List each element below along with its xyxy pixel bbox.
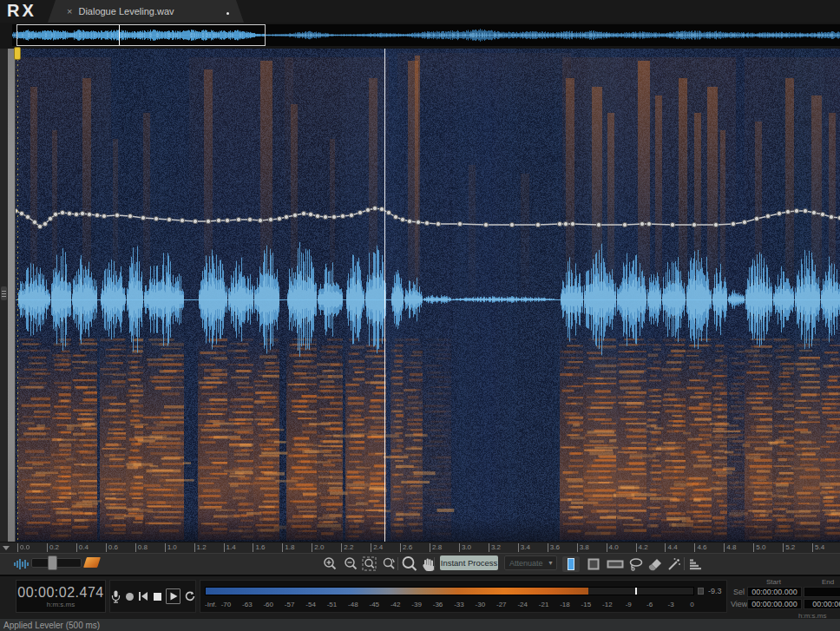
ruler-tick-label: 3.6 <box>548 543 560 552</box>
meter-scale-label: -18 <box>560 601 570 608</box>
meter-scale-label: -27 <box>496 601 507 608</box>
overview-row <box>0 23 840 49</box>
time-ruler[interactable] <box>0 542 840 553</box>
meter-scale-label: -54 <box>305 601 316 608</box>
time-selection-icon[interactable] <box>562 556 580 572</box>
bar-stack-icon[interactable] <box>687 556 705 572</box>
waveform-icon[interactable] <box>12 555 30 573</box>
meter-scale-label: -6 <box>646 601 653 608</box>
time-frequency-selection-icon[interactable] <box>585 556 602 572</box>
end-header: End <box>822 578 834 586</box>
lasso-icon[interactable] <box>627 556 645 572</box>
ruler-tick-label: 2.4 <box>371 543 383 552</box>
ruler-tick-label: 1.2 <box>194 543 207 552</box>
view-end-field[interactable]: 00:00:06.0 <box>804 599 840 609</box>
ruler-tick-label: 1.6 <box>253 543 265 552</box>
ruler-tick-label: 2.8 <box>430 543 442 552</box>
ruler-tick-label: 3.0 <box>459 543 471 552</box>
module-dropdown-value: Attenuate <box>509 559 543 568</box>
skip-start-icon[interactable] <box>138 589 148 603</box>
meter-scale-label: -24 <box>517 601 528 608</box>
zoom-in-icon[interactable] <box>321 555 338 573</box>
left-grabber-handle[interactable] <box>1 286 7 300</box>
file-tab[interactable]: × Dialogue Leveling.wav <box>48 0 244 23</box>
ruler-tick-label: 3.4 <box>518 543 530 552</box>
ruler-tick-label: 4.4 <box>665 543 677 552</box>
magic-wand-icon[interactable] <box>665 556 682 572</box>
ruler-tick-label: 4.0 <box>607 543 619 552</box>
zoom-reset-icon[interactable] <box>380 555 397 573</box>
toolbar-separator <box>434 557 435 570</box>
status-message: Applied Leveler (500 ms) <box>3 621 100 630</box>
play-icon[interactable] <box>166 588 180 604</box>
chevron-down-icon: ▼ <box>548 560 554 566</box>
view-start-field[interactable]: 00:00:00.000 <box>747 599 802 609</box>
spectrogram-editor <box>0 49 840 542</box>
level-meter-fill <box>206 588 588 595</box>
ruler-tick-label: 0.2 <box>47 543 59 552</box>
ruler-tick-label: 3.8 <box>577 543 589 552</box>
meter-scale-label: -30 <box>476 601 486 608</box>
stop-icon[interactable] <box>152 589 162 603</box>
magnifier-icon[interactable] <box>401 555 418 573</box>
tab-close-icon[interactable]: × <box>67 7 72 16</box>
ruler-tick-label: 2.2 <box>341 543 353 552</box>
ruler-tick-label: 1.8 <box>282 543 294 552</box>
toolbar-separator <box>684 557 685 570</box>
hand-icon[interactable] <box>420 555 437 573</box>
meter-scale-label: -33 <box>454 601 464 608</box>
rx-logo: RX <box>7 1 36 21</box>
meter-scale-label: -45 <box>370 601 380 608</box>
meter-scale-label: -21 <box>539 601 549 608</box>
transport-controls <box>109 580 196 613</box>
meter-scale-label: -12 <box>602 601 613 608</box>
zoom-selection-icon[interactable] <box>361 555 378 573</box>
ruler-collapse-icon[interactable] <box>3 546 10 550</box>
meter-scale-label: -48 <box>348 601 358 608</box>
brush-icon[interactable] <box>646 556 664 572</box>
vertical-scrollbar[interactable] <box>8 49 16 542</box>
meter-scale-label: -42 <box>390 601 401 608</box>
meter-scale-label: -3 <box>667 601 673 608</box>
meter-scale-label: -Inf. <box>205 601 217 608</box>
ruler-tick-label: 3.2 <box>489 543 501 552</box>
start-header: Start <box>766 578 781 586</box>
selection-view-panel: Start End Sel View 00:00:00.000 00:00:00… <box>731 576 840 616</box>
frequency-selection-icon[interactable] <box>607 556 624 572</box>
peak-readout: -9.3 <box>708 587 722 595</box>
ruler-tick-label: 4.8 <box>724 543 736 552</box>
overview-waveform[interactable] <box>12 24 840 46</box>
ruler-tick-label: 0.8 <box>135 543 148 552</box>
sel-start-field[interactable]: 00:00:00.000 <box>747 587 802 597</box>
ruler-tick-label: 1.0 <box>165 543 177 552</box>
meter-scale-label: -63 <box>242 601 253 608</box>
ruler-tick-label: 1.4 <box>224 543 236 552</box>
toolbar-separator <box>397 557 398 570</box>
instant-process-button[interactable]: Instant Process <box>440 555 498 570</box>
clip-indicator[interactable] <box>698 588 704 595</box>
meter-scale-label: 0 <box>690 601 693 608</box>
sel-end-field[interactable] <box>804 587 840 597</box>
selection-start-marker[interactable] <box>14 47 21 60</box>
ruler-tick-label: 0.0 <box>17 543 30 552</box>
view-label: View <box>731 600 745 608</box>
meter-scale: -Inf.-70-63-60-57-54-51-48-45-42-39-36-3… <box>205 601 699 609</box>
ruler-tick-label: 2.0 <box>312 543 324 552</box>
meter-scale-label: -9 <box>626 601 632 608</box>
meter-scale-label: -57 <box>285 601 295 608</box>
tab-title: Dialogue Leveling.wav <box>78 6 174 16</box>
record-icon[interactable] <box>124 589 135 603</box>
ruler-tick-label: 2.6 <box>400 543 412 552</box>
meter-scale-label: -60 <box>263 601 273 608</box>
zoom-out-icon[interactable] <box>342 555 359 573</box>
meter-scale-label: -70 <box>221 601 232 608</box>
spectrogram-canvas[interactable] <box>16 49 840 542</box>
sel-label: Sel <box>731 588 745 596</box>
blend-slider-handle[interactable] <box>48 555 57 570</box>
rx-app-window: RX × Dialogue Leveling.wav <box>0 0 840 631</box>
time-format-label: h:m:s.ms <box>47 601 75 608</box>
microphone-icon[interactable] <box>110 589 121 603</box>
ruler-tick-label: 5.4 <box>812 543 824 552</box>
module-select-dropdown[interactable]: Attenuate ▼ <box>504 555 557 570</box>
loop-icon[interactable] <box>184 589 195 603</box>
